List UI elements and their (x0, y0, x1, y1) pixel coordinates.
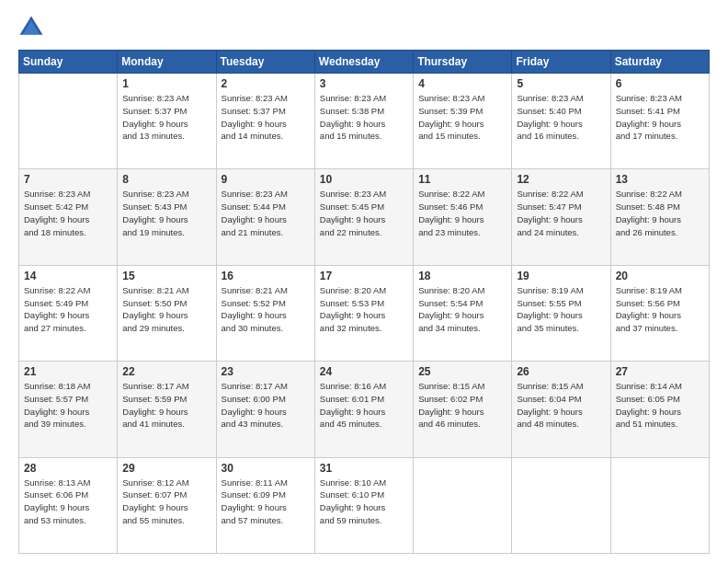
day-info: Sunrise: 8:19 AMSunset: 5:55 PMDaylight:… (517, 284, 605, 335)
day-info: Sunrise: 8:23 AMSunset: 5:37 PMDaylight:… (222, 92, 310, 143)
day-number: 29 (122, 462, 210, 475)
calendar-cell: 15Sunrise: 8:21 AMSunset: 5:50 PMDayligh… (118, 265, 216, 361)
day-number: 17 (320, 270, 408, 282)
day-number: 18 (418, 270, 506, 282)
day-info: Sunrise: 8:17 AMSunset: 5:59 PMDaylight:… (122, 380, 210, 431)
day-info: Sunrise: 8:16 AMSunset: 6:01 PMDaylight:… (320, 380, 408, 431)
day-info: Sunrise: 8:23 AMSunset: 5:42 PMDaylight:… (24, 188, 112, 238)
calendar-table: SundayMondayTuesdayWednesdayThursdayFrid… (18, 50, 710, 554)
day-info: Sunrise: 8:18 AMSunset: 5:57 PMDaylight:… (24, 380, 112, 431)
day-info: Sunrise: 8:21 AMSunset: 5:50 PMDaylight:… (122, 284, 210, 335)
day-info: Sunrise: 8:21 AMSunset: 5:52 PMDaylight:… (222, 284, 310, 335)
day-info: Sunrise: 8:15 AMSunset: 6:02 PMDaylight:… (418, 380, 506, 431)
weekday-header-wednesday: Wednesday (314, 51, 413, 74)
day-info: Sunrise: 8:22 AMSunset: 5:47 PMDaylight:… (517, 188, 605, 238)
calendar-body: 1Sunrise: 8:23 AMSunset: 5:37 PMDaylight… (19, 74, 710, 554)
day-number: 20 (616, 270, 704, 282)
calendar-cell: 1Sunrise: 8:23 AMSunset: 5:37 PMDaylight… (118, 74, 216, 169)
calendar-cell: 22Sunrise: 8:17 AMSunset: 5:59 PMDayligh… (118, 362, 216, 457)
calendar-cell: 31Sunrise: 8:10 AMSunset: 6:10 PMDayligh… (314, 457, 413, 553)
day-info: Sunrise: 8:11 AMSunset: 6:09 PMDaylight:… (222, 477, 310, 527)
day-number: 2 (222, 77, 310, 90)
day-info: Sunrise: 8:23 AMSunset: 5:38 PMDaylight:… (320, 92, 408, 143)
day-number: 21 (24, 365, 112, 378)
calendar-cell: 3Sunrise: 8:23 AMSunset: 5:38 PMDaylight… (314, 74, 413, 169)
day-number: 16 (222, 270, 310, 282)
day-info: Sunrise: 8:17 AMSunset: 6:00 PMDaylight:… (222, 380, 310, 431)
day-number: 5 (517, 77, 605, 90)
weekday-header-row: SundayMondayTuesdayWednesdayThursdayFrid… (19, 51, 710, 74)
day-info: Sunrise: 8:23 AMSunset: 5:41 PMDaylight:… (616, 92, 704, 143)
page: SundayMondayTuesdayWednesdayThursdayFrid… (0, 0, 728, 563)
calendar-week-1: 1Sunrise: 8:23 AMSunset: 5:37 PMDaylight… (19, 74, 710, 169)
logo (18, 15, 48, 40)
calendar-week-5: 28Sunrise: 8:13 AMSunset: 6:06 PMDayligh… (19, 457, 710, 553)
day-info: Sunrise: 8:23 AMSunset: 5:43 PMDaylight:… (122, 188, 210, 238)
calendar-week-2: 7Sunrise: 8:23 AMSunset: 5:42 PMDaylight… (19, 169, 710, 265)
day-info: Sunrise: 8:22 AMSunset: 5:49 PMDaylight:… (24, 284, 112, 335)
calendar-cell: 8Sunrise: 8:23 AMSunset: 5:43 PMDaylight… (118, 169, 216, 265)
day-info: Sunrise: 8:12 AMSunset: 6:07 PMDaylight:… (122, 477, 210, 527)
calendar-week-4: 21Sunrise: 8:18 AMSunset: 5:57 PMDayligh… (19, 362, 710, 457)
weekday-header-friday: Friday (512, 51, 610, 74)
day-info: Sunrise: 8:13 AMSunset: 6:06 PMDaylight:… (24, 477, 112, 527)
day-number: 27 (616, 365, 704, 378)
day-info: Sunrise: 8:23 AMSunset: 5:40 PMDaylight:… (517, 92, 605, 143)
day-number: 11 (418, 173, 506, 186)
calendar-cell: 17Sunrise: 8:20 AMSunset: 5:53 PMDayligh… (314, 265, 413, 361)
calendar-cell (512, 457, 610, 553)
calendar-cell: 23Sunrise: 8:17 AMSunset: 6:00 PMDayligh… (216, 362, 314, 457)
day-number: 4 (418, 77, 506, 90)
day-number: 19 (517, 270, 605, 282)
day-info: Sunrise: 8:22 AMSunset: 5:48 PMDaylight:… (616, 188, 704, 238)
day-number: 31 (320, 462, 408, 475)
day-info: Sunrise: 8:15 AMSunset: 6:04 PMDaylight:… (517, 380, 605, 431)
day-number: 7 (24, 173, 112, 186)
day-number: 14 (24, 270, 112, 282)
calendar-cell: 13Sunrise: 8:22 AMSunset: 5:48 PMDayligh… (610, 169, 709, 265)
calendar-cell: 16Sunrise: 8:21 AMSunset: 5:52 PMDayligh… (216, 265, 314, 361)
weekday-header-tuesday: Tuesday (216, 51, 314, 74)
day-number: 13 (616, 173, 704, 186)
calendar-cell: 4Sunrise: 8:23 AMSunset: 5:39 PMDaylight… (414, 74, 512, 169)
weekday-header-sunday: Sunday (19, 51, 118, 74)
calendar-cell: 2Sunrise: 8:23 AMSunset: 5:37 PMDaylight… (216, 74, 314, 169)
day-number: 25 (418, 365, 506, 378)
day-number: 10 (320, 173, 408, 186)
calendar-cell: 19Sunrise: 8:19 AMSunset: 5:55 PMDayligh… (512, 265, 610, 361)
day-info: Sunrise: 8:14 AMSunset: 6:05 PMDaylight:… (616, 380, 704, 431)
day-number: 3 (320, 77, 408, 90)
day-number: 8 (122, 173, 210, 186)
calendar-cell (19, 74, 118, 169)
day-number: 23 (222, 365, 310, 378)
weekday-header-thursday: Thursday (414, 51, 512, 74)
day-info: Sunrise: 8:23 AMSunset: 5:44 PMDaylight:… (222, 188, 310, 238)
calendar-cell: 28Sunrise: 8:13 AMSunset: 6:06 PMDayligh… (19, 457, 118, 553)
day-info: Sunrise: 8:23 AMSunset: 5:37 PMDaylight:… (122, 92, 210, 143)
calendar-week-3: 14Sunrise: 8:22 AMSunset: 5:49 PMDayligh… (19, 265, 710, 361)
calendar-cell: 14Sunrise: 8:22 AMSunset: 5:49 PMDayligh… (19, 265, 118, 361)
day-number: 30 (222, 462, 310, 475)
day-info: Sunrise: 8:20 AMSunset: 5:54 PMDaylight:… (418, 284, 506, 335)
calendar-cell: 11Sunrise: 8:22 AMSunset: 5:46 PMDayligh… (414, 169, 512, 265)
day-number: 12 (517, 173, 605, 186)
day-info: Sunrise: 8:10 AMSunset: 6:10 PMDaylight:… (320, 477, 408, 527)
calendar-cell: 18Sunrise: 8:20 AMSunset: 5:54 PMDayligh… (414, 265, 512, 361)
calendar-cell (610, 457, 709, 553)
calendar-cell: 25Sunrise: 8:15 AMSunset: 6:02 PMDayligh… (414, 362, 512, 457)
day-number: 26 (517, 365, 605, 378)
day-info: Sunrise: 8:19 AMSunset: 5:56 PMDaylight:… (616, 284, 704, 335)
header (18, 15, 710, 40)
day-number: 28 (24, 462, 112, 475)
day-number: 1 (122, 77, 210, 90)
day-info: Sunrise: 8:23 AMSunset: 5:45 PMDaylight:… (320, 188, 408, 238)
calendar-cell: 20Sunrise: 8:19 AMSunset: 5:56 PMDayligh… (610, 265, 709, 361)
logo-icon (18, 15, 44, 40)
calendar-cell: 9Sunrise: 8:23 AMSunset: 5:44 PMDaylight… (216, 169, 314, 265)
calendar-cell: 5Sunrise: 8:23 AMSunset: 5:40 PMDaylight… (512, 74, 610, 169)
calendar-cell: 30Sunrise: 8:11 AMSunset: 6:09 PMDayligh… (216, 457, 314, 553)
weekday-header-saturday: Saturday (610, 51, 709, 74)
calendar-cell: 6Sunrise: 8:23 AMSunset: 5:41 PMDaylight… (610, 74, 709, 169)
calendar-cell: 27Sunrise: 8:14 AMSunset: 6:05 PMDayligh… (610, 362, 709, 457)
day-info: Sunrise: 8:20 AMSunset: 5:53 PMDaylight:… (320, 284, 408, 335)
